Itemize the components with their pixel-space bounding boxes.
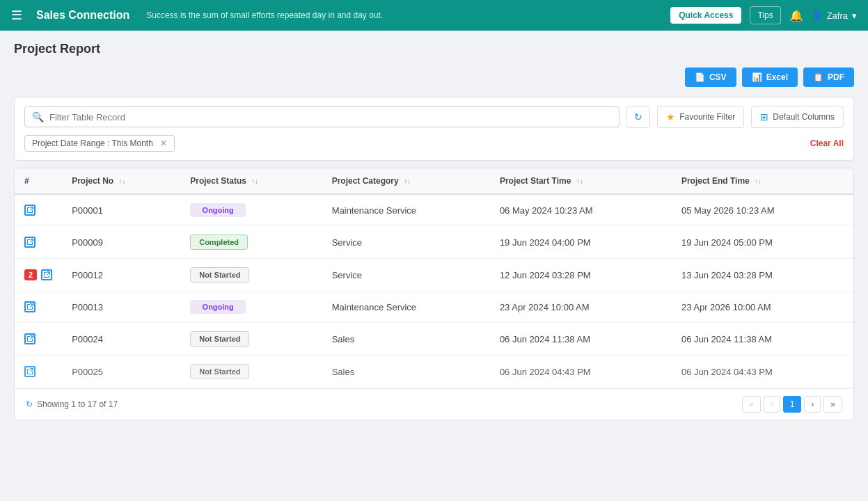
row-icon-with-badge: [24, 301, 52, 312]
status-badge: Completed: [190, 234, 248, 250]
row-category: Sales: [322, 356, 490, 388]
table-row: P00001 Ongoing Maintenance Service 06 Ma…: [15, 194, 853, 226]
export-buttons-row: 📄 CSV 📊 Excel 📋 PDF: [14, 67, 854, 87]
row-icon-with-badge: [24, 237, 52, 248]
page-1-button[interactable]: 1: [783, 396, 802, 413]
row-end-time: 06 Jun 2024 04:43 PM: [672, 356, 853, 388]
row-badge-num: 2: [24, 269, 37, 280]
search-input[interactable]: [49, 112, 612, 122]
row-project-no: P00009: [62, 226, 180, 259]
row-project-no: P00001: [62, 194, 180, 226]
col-header-category[interactable]: Project Category ↑↓: [322, 168, 490, 194]
favourite-filter-button[interactable]: ★ Favourite Filter: [657, 106, 744, 128]
table-body: P00001 Ongoing Maintenance Service 06 Ma…: [15, 194, 853, 388]
row-start-time: 06 Jun 2024 04:43 PM: [490, 356, 672, 388]
user-avatar-icon: 👤: [812, 10, 823, 21]
status-badge: Ongoing: [190, 300, 246, 314]
row-icon-with-badge: [24, 366, 52, 377]
filter-tag: Project Date Range : This Month ✕: [24, 135, 175, 152]
open-record-icon[interactable]: [24, 237, 35, 248]
export-pdf-button[interactable]: 📋 PDF: [803, 67, 854, 87]
prev-page-button[interactable]: ‹: [764, 396, 780, 413]
row-open-icon-cell: [15, 292, 62, 323]
open-record-icon[interactable]: [24, 205, 35, 216]
page-controls: « ‹ 1 › »: [742, 396, 842, 413]
col-header-project-no[interactable]: Project No ↑↓: [62, 168, 180, 194]
first-page-button[interactable]: «: [742, 396, 761, 413]
last-page-button[interactable]: »: [823, 396, 842, 413]
open-record-icon[interactable]: [24, 333, 35, 344]
sort-icon-project-no: ↑↓: [118, 177, 125, 185]
row-status: Ongoing: [180, 292, 322, 323]
filter-section: 🔍 ↻ ★ Favourite Filter ⊞ Default Columns…: [14, 97, 854, 161]
row-end-time: 13 Jun 2024 03:28 PM: [672, 259, 853, 292]
table-row: P00013 Ongoing Maintenance Service 23 Ap…: [15, 292, 853, 323]
filter-tag-row: Project Date Range : This Month ✕ Clear …: [24, 135, 844, 152]
row-open-icon-cell: [15, 194, 62, 226]
row-open-icon-cell: [15, 323, 62, 356]
sort-icon-end: ↑↓: [755, 177, 762, 185]
col-header-status[interactable]: Project Status ↑↓: [180, 168, 322, 194]
open-record-icon[interactable]: [24, 366, 35, 377]
row-end-time: 23 Apr 2026 10:00 AM: [672, 292, 853, 323]
tagline: Success is the sum of small efforts repe…: [146, 10, 662, 20]
hamburger-icon[interactable]: ☰: [11, 8, 22, 23]
page-title: Project Report: [14, 42, 854, 56]
export-csv-button[interactable]: 📄 CSV: [685, 67, 736, 87]
row-status: Completed: [180, 226, 322, 259]
pdf-icon: 📋: [813, 72, 823, 82]
row-project-no: P00012: [62, 259, 180, 292]
status-badge: Not Started: [190, 364, 249, 379]
row-start-time: 12 Jun 2024 03:28 PM: [490, 259, 672, 292]
status-badge: Ongoing: [190, 203, 246, 217]
col-status-label: Project Status: [190, 176, 246, 186]
row-status: Not Started: [180, 356, 322, 388]
columns-icon: ⊞: [760, 111, 768, 122]
row-start-time: 19 Jun 2024 04:00 PM: [490, 226, 672, 259]
filter-tag-close-icon[interactable]: ✕: [160, 138, 167, 148]
top-navigation: ☰ Sales Connection Success is the sum of…: [0, 0, 868, 31]
default-columns-button[interactable]: ⊞ Default Columns: [751, 106, 844, 128]
pagination-row: ↻ Showing 1 to 17 of 17 « ‹ 1 › »: [15, 388, 853, 420]
pdf-label: PDF: [828, 72, 844, 82]
search-icon: 🔍: [32, 111, 44, 122]
star-icon: ★: [666, 111, 675, 122]
open-record-icon[interactable]: [24, 301, 35, 312]
row-category: Service: [322, 259, 490, 292]
showing-text: ↻ Showing 1 to 17 of 17: [26, 399, 118, 409]
row-start-time: 06 Jun 2024 11:38 AM: [490, 323, 672, 356]
row-end-time: 19 Jun 2024 05:00 PM: [672, 226, 853, 259]
row-project-no: P00025: [62, 356, 180, 388]
col-header-start-time[interactable]: Project Start Time ↑↓: [490, 168, 672, 194]
csv-icon: 📄: [695, 72, 705, 82]
page-content: Project Report 📄 CSV 📊 Excel 📋 PDF 🔍 ↻ ★…: [0, 31, 868, 431]
export-excel-button[interactable]: 📊 Excel: [742, 67, 798, 87]
showing-count: Showing 1 to 17 of 17: [37, 399, 118, 409]
notification-bell-icon[interactable]: 🔔: [789, 9, 803, 22]
csv-label: CSV: [709, 72, 727, 82]
open-record-icon[interactable]: [41, 269, 52, 280]
sort-icon-start: ↑↓: [576, 177, 583, 185]
row-start-time: 23 Apr 2024 10:00 AM: [490, 292, 672, 323]
table-scroll: # Project No ↑↓ Project Status ↑↓ Projec…: [15, 168, 853, 388]
user-menu[interactable]: 👤 Zafra ▾: [812, 10, 857, 21]
row-category: Service: [322, 226, 490, 259]
row-category: Maintenance Service: [322, 292, 490, 323]
col-header-end-time[interactable]: Project End Time ↑↓: [672, 168, 853, 194]
search-box: 🔍: [24, 106, 620, 127]
refresh-button[interactable]: ↻: [626, 106, 650, 128]
clear-all-button[interactable]: Clear All: [810, 138, 844, 148]
table-container: # Project No ↑↓ Project Status ↑↓ Projec…: [14, 168, 854, 420]
next-page-button[interactable]: ›: [804, 396, 821, 413]
sort-icon-status: ↑↓: [251, 177, 258, 185]
nav-right: Quick Access Tips 🔔 👤 Zafra ▾: [670, 6, 857, 24]
default-columns-label: Default Columns: [773, 112, 835, 122]
favourite-filter-label: Favourite Filter: [679, 112, 735, 122]
row-end-time: 06 Jun 2024 11:38 AM: [672, 323, 853, 356]
pagination-refresh-icon[interactable]: ↻: [26, 399, 33, 409]
quick-access-button[interactable]: Quick Access: [670, 7, 741, 24]
tips-button[interactable]: Tips: [750, 6, 780, 24]
excel-icon: 📊: [752, 72, 762, 82]
excel-label: Excel: [766, 72, 788, 82]
col-header-num: #: [15, 168, 62, 194]
